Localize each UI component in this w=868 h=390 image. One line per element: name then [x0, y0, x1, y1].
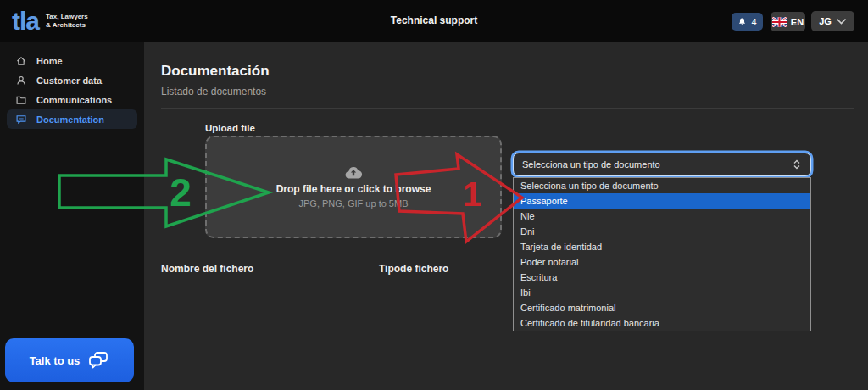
page-subtitle: Listado de documentos [161, 86, 266, 98]
notification-count: 4 [751, 17, 756, 27]
user-menu[interactable]: JG [811, 11, 854, 31]
dropdown-option[interactable]: Selecciona un tipo de documento [514, 178, 810, 193]
sidebar-item-home[interactable]: Home [7, 51, 137, 70]
language-label: EN [791, 17, 804, 27]
bell-icon [737, 17, 747, 27]
logo-tagline-line2: & Architects [46, 21, 88, 30]
logo-tagline: Tax, Lawyers & Architects [46, 13, 88, 31]
logo-text: tla [12, 5, 39, 37]
logo-tagline-line1: Tax, Lawyers [46, 13, 88, 21]
cloud-upload-icon [344, 165, 363, 180]
logo[interactable]: tla Tax, Lawyers & Architects [12, 5, 88, 37]
home-icon [15, 55, 27, 67]
topbar: tla Tax, Lawyers & Architects Technical … [0, 0, 868, 42]
sidebar-item-label: Customer data [36, 75, 102, 86]
sidebar-item-communications[interactable]: Communications [7, 90, 137, 109]
app-window: tla Tax, Lawyers & Architects Technical … [0, 0, 868, 390]
sidebar-item-label: Documentation [36, 114, 104, 125]
dropdown-option[interactable]: Tarjeta de identidad [514, 239, 810, 254]
table-header-file-name: Nombre del fichero [161, 263, 253, 275]
dropdown-option[interactable]: Ibi [514, 285, 810, 300]
uk-flag-icon [772, 17, 787, 27]
document-type-select-value: Selecciona un tipo de documento [522, 159, 660, 170]
talk-to-us-label: Talk to us [30, 354, 81, 367]
talk-to-us-button[interactable]: Talk to us [5, 338, 134, 382]
page-header-title: Technical support [391, 14, 477, 26]
main-panel: Documentación Listado de documentos Uplo… [144, 42, 868, 390]
updown-spinner-icon [792, 158, 802, 171]
sidebar-nav: Home Customer data Communications Docume… [0, 51, 144, 129]
sidebar-item-documentation[interactable]: Documentation [7, 109, 137, 129]
sidebar-item-customer-data[interactable]: Customer data [7, 70, 137, 90]
divider [161, 108, 854, 109]
user-icon [15, 75, 27, 86]
dropdown-option[interactable]: Certificado de titularidad bancaria [514, 315, 810, 331]
chat-icon [15, 114, 27, 125]
sidebar: Home Customer data Communications Docume… [0, 42, 144, 390]
dropzone-hint: JPG, PNG, GIF up to 5MB [299, 198, 409, 209]
chat-bubbles-icon [87, 351, 109, 370]
upload-file-label: Upload file [205, 123, 255, 133]
table-header-file-type: Tipode fichero [379, 263, 448, 275]
page-title: Documentación [161, 63, 270, 80]
user-initials: JG [819, 16, 832, 26]
dropdown-option[interactable]: Poder notarial [514, 254, 810, 270]
file-dropzone[interactable]: Drop file here or click to browse JPG, P… [205, 136, 502, 238]
dropdown-option[interactable]: Certificado matrimonial [514, 300, 810, 315]
document-type-select[interactable]: Selecciona un tipo de documento [513, 153, 811, 176]
sidebar-item-label: Communications [36, 95, 112, 105]
chevron-down-icon [836, 18, 847, 25]
dropdown-option[interactable]: Escritura [514, 270, 810, 285]
folder-icon [15, 94, 27, 106]
document-type-dropdown-list: Selecciona un tipo de documento Passapor… [513, 177, 811, 332]
notifications-button[interactable]: 4 [732, 13, 763, 31]
sidebar-item-label: Home [36, 56, 63, 66]
dropdown-option[interactable]: Nie [514, 209, 810, 224]
dropdown-option-passaporte[interactable]: Passaporte [514, 193, 810, 209]
dropdown-option[interactable]: Dni [514, 224, 810, 239]
language-switcher[interactable]: EN [771, 12, 805, 31]
dropzone-text: Drop file here or click to browse [276, 183, 431, 195]
